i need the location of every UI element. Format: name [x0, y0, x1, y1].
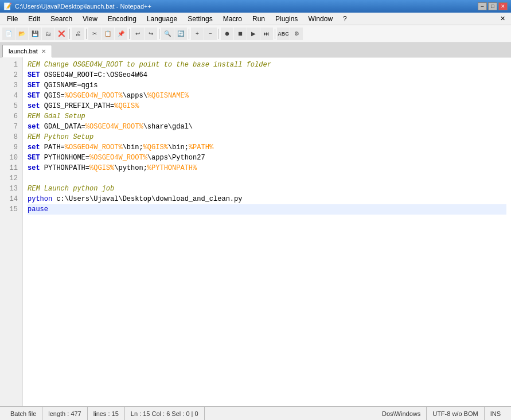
close-button-tb[interactable]: ❌: [55, 28, 68, 40]
menu-macro[interactable]: Macro: [219, 14, 247, 24]
menu-language[interactable]: Language: [142, 14, 182, 24]
menu-settings[interactable]: Settings: [183, 14, 217, 24]
find-button[interactable]: 🔍: [161, 28, 174, 40]
code-line: REM Python Setup: [28, 132, 506, 142]
code-line: SET QGISNAME=qgis: [28, 80, 506, 91]
line-number: 10: [2, 153, 18, 163]
code-line: set QGIS_PREFIX_PATH=%QGIS%: [28, 101, 506, 111]
title-bar: 📝 C:\Users\Ujaval\Desktop\launch.bat - N…: [0, 0, 511, 13]
line-number: 6: [2, 111, 18, 122]
menu-run[interactable]: Run: [248, 14, 270, 24]
toolbar-sep-7: [275, 29, 275, 39]
toolbar-sep-1: [69, 29, 70, 39]
menu-search[interactable]: Search: [46, 14, 77, 24]
editor: 123456789101112131415 REM Change OSGEO4W…: [0, 57, 511, 406]
status-position: Ln : 15 Col : 6 Sel : 0 | 0: [125, 407, 205, 420]
settings-tb[interactable]: ⚙: [290, 28, 303, 40]
menu-help[interactable]: ?: [338, 14, 352, 24]
open-button[interactable]: 📂: [15, 28, 28, 40]
code-line: python c:\Users\Ujaval\Desktop\download_…: [28, 194, 506, 204]
toolbar-sep-4: [159, 29, 159, 39]
code-line: REM Launch python job: [28, 184, 506, 194]
toolbar-sep-3: [129, 29, 130, 39]
line-number: 4: [2, 91, 18, 101]
tab-close-icon[interactable]: ✕: [41, 48, 46, 55]
code-line: set GDAL_DATA=%OSGEO4W_ROOT%\share\gdal\: [28, 122, 506, 132]
code-line: set PATH=%OSGEO4W_ROOT%\bin;%QGIS%\bin;%…: [28, 142, 506, 153]
menu-bar: File Edit Search View Encoding Language …: [0, 13, 511, 25]
line-number: 11: [2, 163, 18, 173]
code-line: SET OSGEO4W_ROOT=C:\OSGeo4W64: [28, 70, 506, 80]
line-number: 12: [2, 173, 18, 184]
code-line: REM Change OSGEO4W_ROOT to point to the …: [28, 60, 506, 70]
menu-view[interactable]: View: [78, 14, 102, 24]
close-button[interactable]: ✕: [498, 2, 508, 10]
line-number: 1: [2, 60, 18, 70]
cut-button[interactable]: ✂: [88, 28, 101, 40]
code-line: REM Gdal Setup: [28, 111, 506, 122]
title-bar-text: 📝 C:\Users\Ujaval\Desktop\launch.bat - N…: [3, 2, 151, 10]
status-bar: Batch file length : 477 lines : 15 Ln : …: [0, 406, 511, 420]
code-line: set PYTHONPATH=%QGIS%\python;%PYTHONPATH…: [28, 163, 506, 173]
abc-button[interactable]: ABC: [277, 28, 290, 40]
tab-bar: launch.bat ✕: [0, 42, 511, 57]
paste-button[interactable]: 📌: [115, 28, 127, 40]
line-number: 3: [2, 80, 18, 91]
macro-play[interactable]: ▶: [247, 28, 260, 40]
line-number: 9: [2, 142, 18, 153]
app-icon: 📝: [3, 2, 12, 10]
menu-edit[interactable]: Edit: [24, 14, 45, 24]
macro-record[interactable]: ⏺: [221, 28, 233, 40]
replace-button[interactable]: 🔄: [174, 28, 187, 40]
window-title: C:\Users\Ujaval\Desktop\launch.bat - Not…: [15, 3, 151, 10]
code-line: [28, 173, 506, 184]
line-number: 13: [2, 184, 18, 194]
toolbar: 📄 📂 💾 🗂 ❌ 🖨 ✂ 📋 📌 ↩ ↪ 🔍 🔄 + − ⏺ ⏹ ▶ ⏭ AB…: [0, 25, 511, 42]
save-button[interactable]: 💾: [29, 28, 41, 40]
undo-button[interactable]: ↩: [131, 28, 144, 40]
menu-plugins[interactable]: Plugins: [271, 14, 302, 24]
line-number: 14: [2, 194, 18, 204]
line-number: 5: [2, 101, 18, 111]
code-line: SET PYTHONHOME=%OSGEO4W_ROOT%\apps\Pytho…: [28, 153, 506, 163]
maximize-button[interactable]: □: [488, 2, 497, 10]
tab-label: launch.bat: [9, 48, 38, 55]
macro-stop[interactable]: ⏹: [234, 28, 247, 40]
line-number: 15: [2, 204, 18, 215]
status-mode: INS: [485, 407, 506, 420]
line-number: 8: [2, 132, 18, 142]
status-length: length : 477: [42, 407, 88, 420]
menu-file[interactable]: File: [2, 14, 22, 24]
status-lineending: Dos\Windows: [376, 407, 427, 420]
print-button[interactable]: 🖨: [72, 28, 84, 40]
code-area[interactable]: REM Change OSGEO4W_ROOT to point to the …: [23, 57, 511, 406]
minimize-button[interactable]: –: [478, 2, 487, 10]
title-bar-controls[interactable]: – □ ✕: [478, 2, 508, 10]
zoom-out-button[interactable]: −: [204, 28, 217, 40]
tab-launch-bat[interactable]: launch.bat ✕: [2, 45, 52, 57]
copy-button[interactable]: 📋: [102, 28, 114, 40]
toolbar-sep-5: [189, 29, 189, 39]
macro-run[interactable]: ⏭: [260, 28, 273, 40]
code-line: SET QGIS=%OSGEO4W_ROOT%\apps\%QGISNAME%: [28, 91, 506, 101]
new-button[interactable]: 📄: [2, 28, 15, 40]
close-menu-x[interactable]: ✕: [497, 14, 509, 24]
toolbar-sep-2: [86, 29, 87, 39]
menu-window[interactable]: Window: [303, 14, 337, 24]
line-number: 2: [2, 70, 18, 80]
toolbar-sep-6: [219, 29, 219, 39]
code-line: pause: [28, 204, 506, 215]
zoom-in-button[interactable]: +: [191, 28, 204, 40]
menu-encoding[interactable]: Encoding: [103, 14, 141, 24]
status-encoding: UTF-8 w/o BOM: [427, 407, 484, 420]
line-numbers: 123456789101112131415: [0, 57, 23, 406]
line-number: 7: [2, 122, 18, 132]
redo-button[interactable]: ↪: [145, 28, 157, 40]
status-filetype: Batch file: [5, 407, 42, 420]
status-lines: lines : 15: [88, 407, 125, 420]
save-all-button[interactable]: 🗂: [42, 28, 54, 40]
